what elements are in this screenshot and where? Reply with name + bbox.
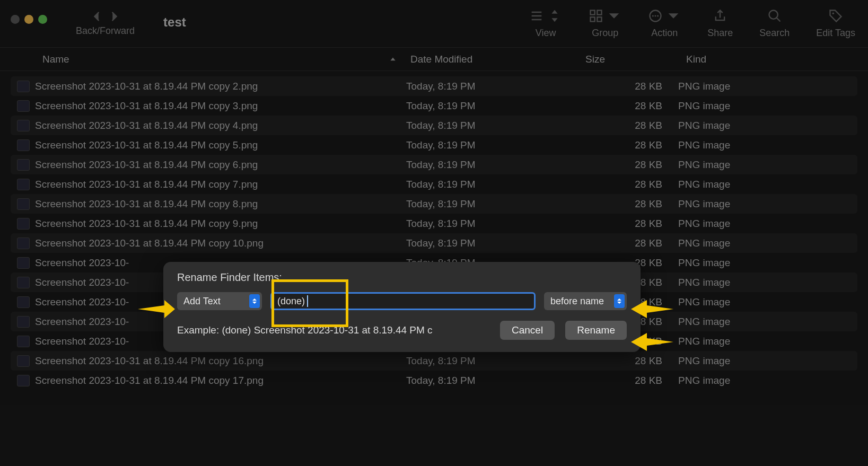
file-date: Today, 8:19 PM: [406, 139, 581, 151]
file-date: Today, 8:19 PM: [406, 159, 581, 171]
rename-position-select[interactable]: before name: [544, 292, 627, 310]
file-name: Screenshot 2023-10-31 at 8.19.44 PM copy…: [35, 179, 406, 190]
file-row[interactable]: Screenshot 2023-10-31 at 8.19.44 PM copy…: [11, 351, 857, 371]
file-kind: PNG image: [678, 238, 857, 249]
file-thumbnail-icon: [17, 277, 30, 288]
file-size: 28 KB: [581, 355, 678, 367]
file-row[interactable]: Screenshot 2023-10-31 at 8.19.44 PM copy…: [11, 96, 857, 116]
rename-text-input[interactable]: (done): [270, 292, 536, 310]
tags-label: Edit Tags: [816, 28, 855, 39]
annotation-arrow-icon: [138, 300, 175, 318]
file-kind: PNG image: [678, 159, 857, 171]
tags-control[interactable]: Edit Tags: [816, 7, 855, 39]
column-header-name[interactable]: Name: [0, 54, 404, 65]
file-date: Today, 8:19 PM: [406, 375, 581, 386]
window-controls: [11, 15, 47, 24]
column-header-date[interactable]: Date Modified: [404, 54, 579, 65]
rename-dialog: Rename Finder Items: Add Text (done) bef…: [163, 262, 641, 352]
select-stepper-icon: [614, 294, 625, 308]
rename-position-value: before name: [550, 296, 604, 307]
file-row[interactable]: Screenshot 2023-10-31 at 8.19.44 PM copy…: [11, 233, 857, 253]
file-date: Today, 8:19 PM: [406, 218, 581, 230]
file-name: Screenshot 2023-10-31 at 8.19.44 PM copy…: [35, 218, 406, 230]
file-size: 28 KB: [581, 375, 678, 386]
nav-group: Back/Forward: [76, 11, 135, 37]
view-control[interactable]: View: [529, 7, 562, 39]
svg-point-5: [652, 15, 654, 16]
file-size: 28 KB: [581, 218, 678, 230]
file-kind: PNG image: [678, 139, 857, 151]
file-row[interactable]: Screenshot 2023-10-31 at 8.19.44 PM copy…: [11, 194, 857, 214]
file-name: Screenshot 2023-10-31 at 8.19.44 PM copy…: [35, 355, 406, 367]
file-kind: PNG image: [678, 316, 857, 328]
cancel-button[interactable]: Cancel: [500, 321, 555, 340]
file-row[interactable]: Screenshot 2023-10-31 at 8.19.44 PM copy…: [11, 174, 857, 194]
file-size: 28 KB: [581, 179, 678, 190]
file-size: 28 KB: [581, 120, 678, 131]
dialog-title: Rename Finder Items:: [177, 271, 627, 284]
cancel-label: Cancel: [512, 324, 543, 336]
annotation-arrow-icon: [631, 300, 673, 318]
action-control[interactable]: Action: [648, 7, 681, 39]
file-date: Today, 8:19 PM: [406, 355, 581, 367]
file-name: Screenshot 2023-10-31 at 8.19.44 PM copy…: [35, 139, 406, 151]
close-window-button[interactable]: [11, 15, 20, 24]
share-icon: [713, 8, 727, 23]
file-kind: PNG image: [678, 81, 857, 92]
file-date: Today, 8:19 PM: [406, 81, 581, 92]
back-button[interactable]: [91, 11, 103, 24]
view-label: View: [536, 28, 556, 39]
file-kind: PNG image: [678, 375, 857, 386]
file-size: 28 KB: [581, 198, 678, 210]
file-thumbnail-icon: [17, 257, 30, 269]
svg-rect-0: [591, 11, 595, 15]
svg-point-8: [769, 11, 777, 19]
share-label: Share: [707, 28, 733, 39]
svg-rect-2: [591, 17, 595, 21]
file-size: 28 KB: [581, 139, 678, 151]
file-kind: PNG image: [678, 179, 857, 190]
file-row[interactable]: Screenshot 2023-10-31 at 8.19.44 PM copy…: [11, 76, 857, 96]
column-header-size[interactable]: Size: [579, 54, 680, 65]
file-date: Today, 8:19 PM: [406, 179, 581, 190]
column-header-kind[interactable]: Kind: [680, 54, 868, 65]
column-date-label: Date Modified: [410, 54, 472, 65]
chevron-down-icon: [666, 8, 681, 23]
file-thumbnail-icon: [17, 100, 30, 112]
share-control[interactable]: Share: [707, 7, 733, 39]
nav-label: Back/Forward: [76, 25, 135, 37]
file-row[interactable]: Screenshot 2023-10-31 at 8.19.44 PM copy…: [11, 135, 857, 155]
search-icon: [767, 8, 782, 23]
file-kind: PNG image: [678, 198, 857, 210]
rename-button[interactable]: Rename: [565, 321, 627, 340]
file-thumbnail-icon: [17, 159, 30, 171]
group-control[interactable]: Group: [589, 7, 621, 39]
file-date: Today, 8:19 PM: [406, 120, 581, 131]
zoom-window-button[interactable]: [38, 15, 47, 24]
column-kind-label: Kind: [686, 54, 706, 65]
file-thumbnail-icon: [17, 218, 30, 230]
file-row[interactable]: Screenshot 2023-10-31 at 8.19.44 PM copy…: [11, 371, 857, 390]
file-kind: PNG image: [678, 336, 857, 347]
minimize-window-button[interactable]: [24, 15, 33, 24]
file-row[interactable]: Screenshot 2023-10-31 at 8.19.44 PM copy…: [11, 155, 857, 174]
file-name: Screenshot 2023-10-31 at 8.19.44 PM copy…: [35, 375, 406, 386]
forward-button[interactable]: [108, 11, 120, 24]
column-name-label: Name: [42, 54, 69, 65]
column-header-row: Name Date Modified Size Kind: [0, 48, 868, 71]
file-row[interactable]: Screenshot 2023-10-31 at 8.19.44 PM copy…: [11, 214, 857, 233]
search-control[interactable]: Search: [759, 7, 790, 39]
file-row[interactable]: Screenshot 2023-10-31 at 8.19.44 PM copy…: [11, 116, 857, 135]
file-thumbnail-icon: [17, 179, 30, 190]
svg-point-6: [655, 15, 656, 16]
select-stepper-icon: [249, 294, 260, 308]
file-thumbnail-icon: [17, 238, 30, 249]
svg-rect-3: [598, 17, 602, 21]
file-kind: PNG image: [678, 257, 857, 269]
rename-mode-select[interactable]: Add Text: [177, 292, 262, 310]
file-name: Screenshot 2023-10-31 at 8.19.44 PM copy…: [35, 100, 406, 112]
svg-rect-1: [598, 11, 602, 15]
file-size: 28 KB: [581, 100, 678, 112]
file-kind: PNG image: [678, 100, 857, 112]
rename-text-value: (done): [277, 296, 305, 307]
